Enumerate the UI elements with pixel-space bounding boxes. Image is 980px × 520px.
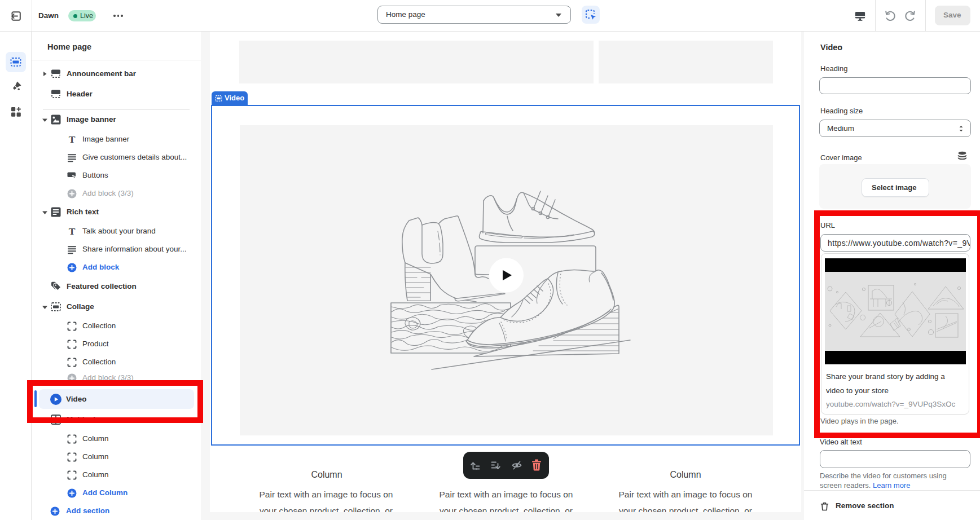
svg-text:T: T <box>69 227 76 236</box>
svg-text:T: T <box>69 135 76 144</box>
